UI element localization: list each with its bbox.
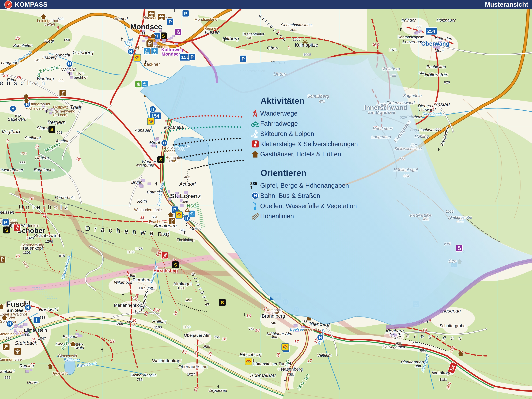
map-label: Jhtt. [203,344,210,348]
map-label: Thall [70,104,81,110]
legend-item-label: Klettersteige & Seilversicherungen [260,140,358,148]
map-label: Höribachl [52,53,70,57]
map-label: see [178,147,185,152]
map-label: Höbling [415,134,429,139]
building [168,190,170,193]
legend-item-ski: Skitouren & Loipen [250,129,358,139]
map-label: (9-Loch) [53,113,67,117]
map-label: Valtlalm [317,353,332,358]
legend-item-label: Höhenlinien [260,213,294,220]
map-label: 815 [59,254,65,258]
map-label: Gaisberg [73,50,93,55]
map-label: Jhtt. [271,335,278,339]
map-label: Ellmaustein [24,328,47,333]
map-label: Oberwang [421,40,449,47]
building [180,204,184,207]
map-label: 735 [137,378,143,382]
map-label: 732 [399,157,405,161]
P-icon: P [240,55,247,62]
legend-activities-title: Aktivitäten [260,96,358,106]
map-label: Bichl [150,140,160,145]
map-label: 16 [246,313,251,318]
svg-text:H: H [68,61,71,66]
map-label: Mühlauer Alm [267,331,292,336]
map-label: 493 [136,163,142,167]
peak-icon: 885 † [250,182,260,189]
map-label: 1181 [439,378,447,382]
building [162,41,165,43]
map-label: 994 [24,333,30,337]
map-label: Nasenberg [281,367,303,372]
building [20,325,23,328]
P-icon: P [189,53,195,60]
P-icon: P [182,10,189,17]
map-label: 8 [57,25,59,30]
museum-icon [158,13,165,21]
map-label: 670 [6,336,12,340]
map-label: Vorderholz [55,195,75,200]
building [293,324,297,327]
map-label: Höblingkogel [394,167,418,172]
map-label: Mondseeland [194,17,217,22]
svg-text:S: S [162,33,165,39]
horn-icon [245,358,252,365]
S-icon: S [172,262,179,268]
map-label: Schwandbauer [0,167,24,172]
map-label: Habern [35,155,49,160]
map-label: 1105 [139,286,146,290]
map-label: 713 [40,316,45,320]
map-label: Sagmühle [403,93,422,98]
hikep-icon [456,245,462,252]
S-icon: S [158,156,164,163]
map-label: 11 [140,215,145,220]
house-icon [250,150,260,158]
building [14,325,17,328]
svg-text:H: H [253,193,257,198]
map-label: Egelsee [290,327,304,331]
svg-text:P: P [169,19,172,25]
map-label: 746 [270,321,276,325]
building [142,40,145,42]
map-label: 1027 [187,372,195,376]
H-icon: H [25,304,31,311]
map-label: Schatzwand [34,233,60,238]
map-label: Holzbauer [437,18,456,23]
map-label: 740 [247,36,252,40]
map-label: Holzingeralm [383,345,405,349]
map-label: 20 [18,330,23,335]
golf-icon [0,256,5,263]
map-label: Mariannenkopf [114,303,143,308]
svg-text:254: 254 [427,29,435,34]
svg-text:i: i [36,318,37,323]
map-label: Stefanihof [0,332,16,336]
map-label: Almkogel [173,281,191,286]
map-label: Kleiner-Kapelle [131,373,157,377]
map-label: Hirschsteig [153,268,178,273]
page-title: Musteransicht [485,1,532,8]
map-label: Zeppezau [209,388,227,393]
legend-item-label: Fahrradwege [260,120,298,127]
museum-icon [14,348,21,355]
building [145,37,148,39]
map-label: 665 [20,161,25,165]
map-label: 650 [64,38,70,42]
map-label: 16 [255,328,260,333]
map-label: Hilfberg [222,36,239,41]
map-label: G,1 [373,42,379,47]
S-icon: S [219,299,226,306]
building [25,370,29,373]
map-label: Jhtt. [422,217,429,221]
H-icon: H [317,334,323,341]
map-label: Schottergrube [439,323,465,328]
svg-text:P: P [241,56,245,61]
legend-item-label: Bahn, Bus & Straßen [260,192,320,199]
map-label: Irrlinger [402,18,416,23]
map-label: 1138 [127,250,134,254]
map-label: Frauenkopf [20,246,43,251]
P-icon: P [2,219,9,226]
map-label: Unterholz [19,204,71,210]
map-label: Rehrlmoos [373,126,393,131]
map-label: Bergern [47,119,66,125]
info-icon: i [33,317,40,323]
map-label: 486 [182,200,188,204]
